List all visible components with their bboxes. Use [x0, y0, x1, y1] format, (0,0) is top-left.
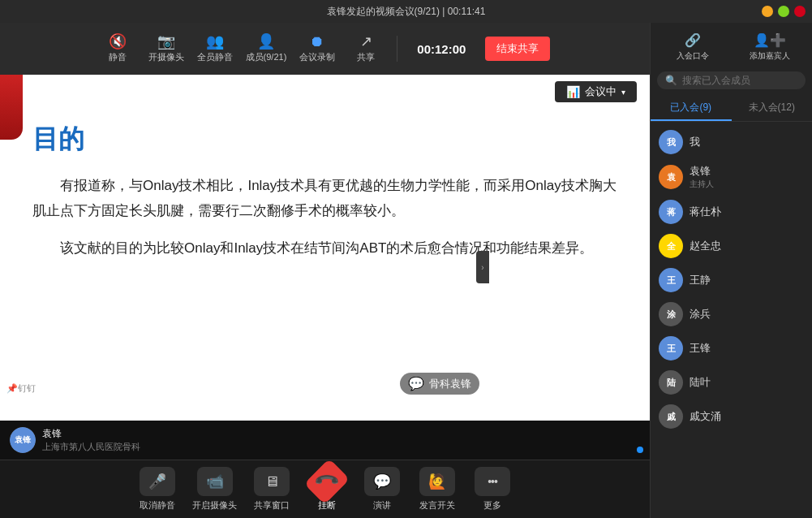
members-btn[interactable]: 👤 成员(9/21): [246, 34, 287, 63]
search-icon: 🔍: [665, 75, 677, 86]
member-avatar: 陆: [659, 370, 683, 395]
bottom-bar: 🎤 取消静音 📹 开启摄像头 🖥 共享窗口 📞 挂断 💬 演讲 🙋 发言: [0, 460, 650, 518]
members-label: 成员(9/21): [246, 51, 287, 63]
share-btn[interactable]: ↗ 共享: [348, 34, 384, 63]
all-mute-icon: 👥: [206, 34, 224, 49]
unmute-btn[interactable]: 🎤 取消静音: [137, 467, 178, 512]
member-info: 涂兵: [690, 307, 711, 322]
member-avatar: 王: [659, 336, 683, 360]
mute-btn[interactable]: 🔇 静音: [100, 34, 135, 63]
qa-label: 发言开关: [419, 499, 455, 512]
member-avatar: 蒋: [659, 200, 683, 224]
mute-label: 静音: [109, 51, 127, 63]
search-bar[interactable]: 🔍: [657, 71, 806, 89]
member-item[interactable]: 王王锋: [651, 331, 812, 365]
member-info: 袁锋主持人: [690, 164, 714, 190]
toolbar: 🔇 静音 📷 开摄像头 👥 全员静音 👤 成员(9/21) ⏺ 会议录制 ↗: [0, 23, 650, 75]
member-info: 陆叶: [690, 375, 711, 390]
member-tabs: 已入会(9) 未入会(12): [651, 96, 812, 122]
join-link-btn[interactable]: 🔗 入会口令: [657, 29, 729, 65]
member-info: 王锋: [690, 341, 711, 356]
member-info: 赵全忠: [690, 239, 721, 253]
mute-icon: 🔇: [109, 34, 127, 49]
camera-icon: 📷: [157, 34, 175, 49]
unmute-label: 取消静音: [140, 499, 175, 512]
member-name: 陆叶: [690, 375, 711, 390]
unmute-icon: 🎤: [140, 467, 175, 496]
minimize-btn[interactable]: [762, 6, 773, 17]
hangup-icon: 📞: [304, 459, 350, 505]
hangup-btn[interactable]: 📞 挂断: [307, 467, 347, 512]
tab-in-meeting-label: 已入会(9): [670, 101, 711, 113]
presenter-avatar: 袁锋: [10, 427, 36, 453]
member-panel: 🔗 入会口令 👤➕ 添加嘉宾人 🔍 已入会(9) 未入会(12) 我我袁袁锋主持…: [650, 23, 812, 518]
member-item[interactable]: 戚戚文涌: [651, 399, 812, 434]
qa-icon: 🙋: [419, 467, 455, 496]
pin-btn[interactable]: 📌钉钉: [6, 382, 36, 395]
qa-btn[interactable]: 🙋 发言开关: [417, 467, 458, 512]
subtitle-btn[interactable]: 💬 演讲: [362, 467, 402, 512]
pin-label: 📌钉钉: [6, 382, 36, 395]
member-name: 袁锋: [690, 164, 714, 179]
member-name: 涂兵: [690, 307, 711, 322]
member-avatar: 袁: [659, 165, 683, 189]
tab-in-meeting[interactable]: 已入会(9): [651, 96, 732, 121]
members-icon: 👤: [257, 34, 275, 49]
wechat-watermark: 💬 骨科袁锋: [400, 373, 479, 395]
record-btn[interactable]: ⏺ 会议录制: [299, 34, 335, 63]
camera-bottom-icon: 📹: [197, 467, 233, 496]
camera-label: 开摄像头: [148, 51, 184, 63]
presenter-info: 袁锋 上海市第八人民医院骨科: [42, 427, 140, 453]
member-avatar: 全: [659, 234, 683, 258]
slide-paragraph-2: 该文献的目的为比较Onlay和Inlay技术在结节间沟ABT的术后愈合情况和功能…: [32, 236, 617, 261]
member-avatar: 我: [659, 130, 683, 154]
timer-display: 00:12:00: [410, 42, 472, 56]
member-avatar: 戚: [659, 404, 683, 429]
member-item[interactable]: 王王静: [651, 263, 812, 297]
meeting-status-badge[interactable]: 📊 会议中 ▾: [555, 81, 637, 102]
wechat-icon: 💬: [408, 376, 424, 391]
share-icon: ↗: [360, 34, 372, 49]
member-item[interactable]: 蒋蒋仕朴: [651, 195, 812, 229]
title-bar-title: 袁锋发起的视频会议(9/21) | 00:11:41: [327, 5, 486, 19]
member-item[interactable]: 我我: [651, 125, 812, 159]
subtitle-icon: 💬: [364, 467, 400, 496]
member-name: 王静: [690, 273, 711, 287]
member-item[interactable]: 全赵全忠: [651, 229, 812, 263]
tab-not-in-meeting[interactable]: 未入会(12): [732, 96, 813, 121]
search-input[interactable]: [682, 75, 804, 86]
member-item[interactable]: 陆陆叶: [651, 365, 812, 399]
member-name: 王锋: [690, 341, 711, 356]
member-avatar: 王: [659, 268, 683, 292]
share-window-btn[interactable]: 🖥 共享窗口: [251, 467, 292, 512]
main-layout: 🔇 静音 📷 开摄像头 👥 全员静音 👤 成员(9/21) ⏺ 会议录制 ↗: [0, 23, 812, 518]
member-name: 我: [690, 135, 700, 149]
end-meeting-btn[interactable]: 结束共享: [485, 37, 550, 61]
chevron-down-icon: ▾: [621, 88, 625, 97]
add-guest-label: 添加嘉宾人: [750, 50, 790, 62]
slide-paragraph-1: 有报道称，与Onlay技术相比，Inlay技术具有更优越的生物力学性能，而采用O…: [32, 174, 617, 223]
subtitle-label: 演讲: [373, 499, 391, 512]
share-window-label: 共享窗口: [254, 499, 290, 512]
camera-btn[interactable]: 📷 开摄像头: [148, 34, 184, 63]
red-logo: [0, 75, 23, 140]
more-btn[interactable]: ••• 更多: [472, 467, 513, 512]
slide-body: 有报道称，与Onlay技术相比，Inlay技术具有更优越的生物力学性能，而采用O…: [32, 174, 617, 261]
member-item[interactable]: 袁袁锋主持人: [651, 159, 812, 195]
maximize-btn[interactable]: [778, 6, 789, 17]
member-name: 赵全忠: [690, 239, 721, 253]
member-role: 主持人: [690, 179, 714, 190]
scroll-arrow[interactable]: ›: [476, 251, 489, 283]
close-btn[interactable]: [794, 6, 806, 17]
slide-title: 目的: [32, 122, 617, 158]
presenter-avatar-text: 袁锋: [10, 427, 36, 453]
title-bar-controls[interactable]: [762, 6, 806, 17]
video-panel: 🔇 静音 📷 开摄像头 👥 全员静音 👤 成员(9/21) ⏺ 会议录制 ↗: [0, 23, 650, 518]
wechat-text: 骨科袁锋: [429, 377, 471, 391]
member-item[interactable]: 涂涂兵: [651, 297, 812, 331]
share-label: 共享: [357, 51, 375, 63]
join-link-label: 入会口令: [677, 50, 709, 62]
all-mute-btn[interactable]: 👥 全员静音: [197, 34, 233, 63]
add-guest-btn[interactable]: 👤➕ 添加嘉宾人: [734, 29, 806, 65]
camera-bottom-btn[interactable]: 📹 开启摄像头: [192, 467, 237, 512]
